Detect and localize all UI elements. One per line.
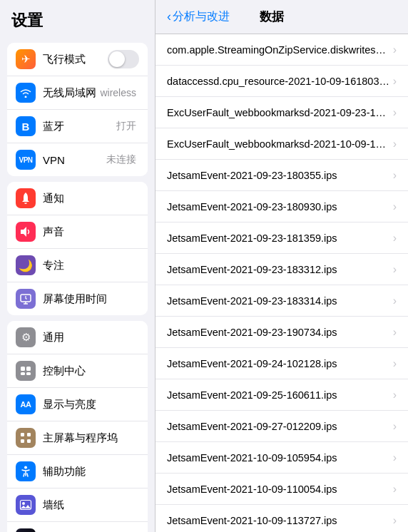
file-list-item[interactable]: JetsamEvent-2021-09-23-181359.ips› [155,222,408,254]
chevron-right-icon: › [393,483,397,496]
display-icon: AA [16,394,36,414]
file-list-item[interactable]: ExcUserFault_webbookmarksd-2021-09-23-18… [155,97,408,128]
file-list-item[interactable]: ExcUserFault_webbookmarksd-2021-10-09-16… [155,128,408,160]
sidebar-item-vpn[interactable]: VPN VPN 未连接 [7,143,148,176]
panel-title: 数据 [190,9,354,25]
file-list-item[interactable]: JetsamEvent-2021-09-24-102128.ips› [155,348,408,379]
sidebar-item-wallpaper[interactable]: 墙纸 [7,488,148,522]
sidebar-item-wifi[interactable]: 无线局域网 wireless [7,76,148,110]
vpn-label: VPN [43,154,106,166]
sidebar-item-display[interactable]: AA 显示与亮度 [7,388,148,421]
file-list-item[interactable]: com.apple.StreamingOnZipService.diskwrit… [155,34,408,66]
chevron-right-icon: › [393,295,397,307]
control-icon [16,361,36,381]
file-name: JetsamEvent-2021-09-23-183312.ips [167,264,390,275]
file-name: JetsamEvent-2021-09-25-160611.ips [167,389,390,401]
focus-label: 专注 [43,259,139,272]
sidebar-item-airplane[interactable]: ✈ 飞行模式 [7,43,148,76]
vpn-value: 未连接 [106,153,136,166]
svg-point-16 [22,502,25,505]
file-name: JetsamEvent-2021-09-27-012209.ips [167,421,390,432]
chevron-right-icon: › [393,420,397,433]
file-list-item[interactable]: JetsamEvent-2021-10-09-110054.ips› [155,474,408,505]
file-list-item[interactable]: JetsamEvent-2021-09-25-160611.ips› [155,379,408,411]
sidebar-item-homescreen[interactable]: 主屏幕与程序坞 [7,421,148,455]
back-chevron-icon: ‹ [167,9,171,24]
svg-marker-0 [21,227,26,237]
svg-rect-9 [26,372,31,375]
chevron-right-icon: › [393,514,397,527]
general-label: 通用 [43,331,139,344]
sound-label: 声音 [43,225,139,239]
chevron-right-icon: › [393,44,397,56]
bluetooth-value: 打开 [116,120,136,133]
airplane-icon: ✈ [16,49,36,69]
svg-rect-8 [21,372,25,375]
sidebar-item-screentime[interactable]: 屏幕使用时间 [7,282,148,315]
file-name: JetsamEvent-2021-09-24-102128.ips [167,358,390,369]
file-list-item[interactable]: JetsamEvent-2021-10-09-105954.ips› [155,442,408,474]
notification-label: 通知 [43,192,139,205]
file-name: ExcUserFault_webbookmarksd-2021-10-09-16… [167,138,390,150]
screentime-label: 屏幕使用时间 [43,292,139,306]
airplane-label: 飞行模式 [43,53,108,66]
bluetooth-label: 蓝牙 [43,120,116,133]
file-name: JetsamEvent-2021-09-23-180930.ips [167,201,390,213]
sidebar-item-accessibility[interactable]: 辅助功能 [7,455,148,488]
file-name: dataccessd.cpu_resource-2021-10-09-16180… [167,76,390,87]
file-name: JetsamEvent-2021-09-23-180355.ips [167,170,390,181]
sound-icon [16,222,36,242]
chevron-right-icon: › [393,232,397,245]
file-list-item[interactable]: dataccessd.cpu_resource-2021-10-09-16180… [155,66,408,97]
file-name: JetsamEvent-2021-10-09-113727.ips [167,515,390,526]
chevron-right-icon: › [393,263,397,276]
sidebar-item-bluetooth[interactable]: B 蓝牙 打开 [7,110,148,143]
file-name: com.apple.StreamingOnZipService.diskwrit… [167,44,390,56]
wallpaper-label: 墙纸 [43,498,139,512]
svg-rect-6 [21,367,25,371]
wifi-label: 无线局域网 [43,86,100,100]
file-name: ExcUserFault_webbookmarksd-2021-09-23-18… [167,107,390,118]
file-name: JetsamEvent-2021-09-23-181359.ips [167,232,390,244]
airplane-toggle[interactable] [108,50,139,68]
chevron-right-icon: › [393,106,397,119]
file-list-item[interactable]: JetsamEvent-2021-09-27-012209.ips› [155,411,408,442]
general-icon: ⚙ [16,327,36,347]
file-list-item[interactable]: JetsamEvent-2021-09-23-183312.ips› [155,254,408,285]
sidebar-item-notification[interactable]: 通知 [7,182,148,215]
chevron-right-icon: › [393,389,397,401]
sidebar-section-2: 通知 声音 🌙 专注 [7,182,148,315]
svg-rect-13 [27,439,31,443]
sidebar-title: 设置 [0,0,155,37]
sidebar-section-3: ⚙ 通用 控制中心 AA 显示与亮度 [7,321,148,532]
display-label: 显示与亮度 [43,398,139,411]
file-list-item[interactable]: JetsamEvent-2021-09-23-190734.ips› [155,317,408,348]
chevron-right-icon: › [393,169,397,182]
notification-icon [16,188,36,208]
file-list-item[interactable]: JetsamEvent-2021-10-09-113727.ips› [155,505,408,532]
file-list: com.apple.StreamingOnZipService.diskwrit… [155,34,408,532]
accessibility-label: 辅助功能 [43,465,139,479]
file-name: JetsamEvent-2021-10-09-105954.ips [167,452,390,464]
file-name: JetsamEvent-2021-10-09-110054.ips [167,484,390,495]
svg-rect-7 [26,367,31,371]
file-list-item[interactable]: JetsamEvent-2021-09-23-183314.ips› [155,285,408,317]
control-label: 控制中心 [43,364,139,378]
sidebar-item-focus[interactable]: 🌙 专注 [7,249,148,282]
screentime-icon [16,289,36,309]
focus-icon: 🌙 [16,255,36,275]
sidebar-item-control[interactable]: 控制中心 [7,354,148,388]
chevron-right-icon: › [393,451,397,464]
svg-rect-10 [21,433,24,436]
chevron-right-icon: › [393,357,397,370]
wallpaper-icon [16,495,36,515]
file-name: JetsamEvent-2021-09-23-183314.ips [167,295,390,307]
sidebar-item-general[interactable]: ⚙ 通用 [7,321,148,354]
chevron-right-icon: › [393,138,397,150]
file-list-item[interactable]: JetsamEvent-2021-09-23-180930.ips› [155,191,408,222]
sidebar-item-siri[interactable]: Siri与搜索 [7,522,148,532]
right-panel: ‹ 分析与改进 数据 com.apple.StreamingOnZipServi… [155,0,408,532]
siri-icon [16,528,36,532]
sidebar-item-sound[interactable]: 声音 [7,215,148,249]
file-list-item[interactable]: JetsamEvent-2021-09-23-180355.ips› [155,160,408,191]
